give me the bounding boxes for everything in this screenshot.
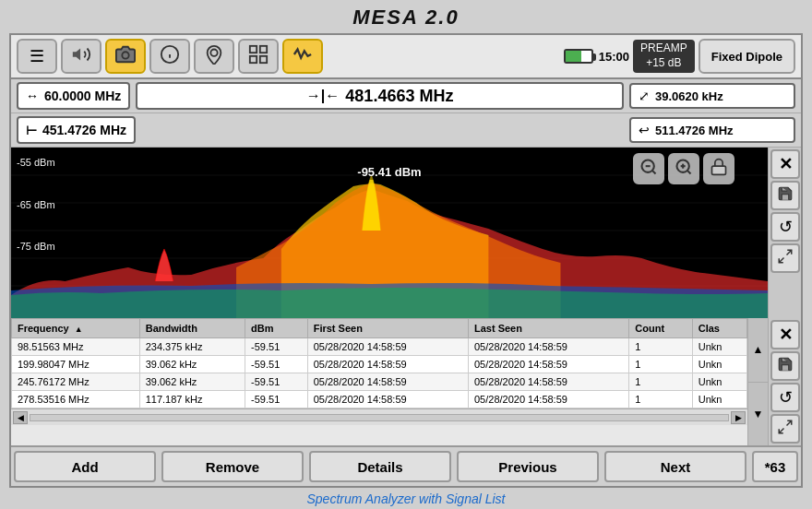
menu-button[interactable]: ☰ bbox=[17, 39, 57, 74]
freq-right-group2: ↩ 511.4726 MHz bbox=[629, 117, 795, 143]
menu-icon: ☰ bbox=[30, 46, 44, 66]
svg-line-23 bbox=[787, 250, 792, 254]
col-header-count[interactable]: Count bbox=[629, 319, 692, 338]
lock-button[interactable] bbox=[703, 153, 734, 184]
zoom-out-icon bbox=[639, 158, 658, 181]
toolbar: ☰ bbox=[11, 35, 801, 79]
bandwidth-freq-box[interactable]: ⊢ 451.4726 MHz bbox=[17, 116, 136, 144]
expand-button[interactable] bbox=[770, 243, 800, 273]
center-value: 481.4663 MHz bbox=[345, 87, 453, 106]
table-close-icon: ✕ bbox=[779, 325, 793, 345]
table-refresh-button[interactable]: ↺ bbox=[770, 383, 800, 412]
svg-rect-6 bbox=[250, 45, 257, 52]
scroll-down-button[interactable]: ▼ bbox=[748, 383, 768, 446]
next-button[interactable]: Next bbox=[604, 451, 746, 482]
spectrum-display: -55 dBm -65 dBm -75 dBm -95.41 dBm bbox=[11, 148, 768, 318]
camera-button[interactable] bbox=[105, 39, 146, 74]
span-icon: ↔ bbox=[26, 89, 39, 103]
freq-right-group: ⤢ 39.0620 kHz bbox=[629, 83, 795, 109]
horiz-scroll-track[interactable] bbox=[30, 414, 729, 421]
table-close-button[interactable]: ✕ bbox=[770, 320, 800, 349]
svg-line-21 bbox=[687, 170, 691, 173]
remove-button[interactable]: Remove bbox=[161, 451, 304, 482]
center-freq-box[interactable]: →|← 481.4663 MHz bbox=[136, 82, 624, 110]
table-expand-icon bbox=[777, 419, 794, 439]
table-row[interactable]: 199.98047 MHz39.062 kHz-59.5105/28/2020 … bbox=[12, 356, 747, 373]
db-label-75: -75 dBm bbox=[17, 239, 55, 255]
svg-rect-22 bbox=[712, 166, 726, 174]
col-header-frequency[interactable]: Frequency ▲ bbox=[12, 319, 140, 338]
network-button[interactable] bbox=[238, 39, 279, 74]
table-row[interactable]: 278.53516 MHz117.187 kHz-59.5105/28/2020… bbox=[12, 391, 747, 408]
zoom-in-icon bbox=[675, 158, 693, 181]
horiz-scroll-left-button[interactable]: ◀ bbox=[13, 411, 28, 424]
vert-scroll-buttons: ▲ ▼ bbox=[747, 318, 768, 445]
col-header-dbm[interactable]: dBm bbox=[245, 319, 308, 338]
horiz-scroll-right-button[interactable]: ▶ bbox=[731, 411, 746, 424]
horiz-scrollbar: ◀ ▶ bbox=[11, 408, 747, 425]
col-header-last-seen[interactable]: Last Seen bbox=[468, 319, 628, 338]
sort-icon: ▲ bbox=[75, 325, 83, 334]
bandwidth-value: 451.4726 MHz bbox=[42, 123, 126, 137]
volume-button[interactable] bbox=[61, 39, 102, 74]
freq-right-box1[interactable]: ⤢ 39.0620 kHz bbox=[629, 83, 795, 109]
freq-bar-row1: ↔ 60.0000 MHz →|← 481.4663 MHz ⤢ 39.0620… bbox=[11, 79, 801, 113]
refresh-button[interactable]: ↺ bbox=[770, 212, 800, 242]
battery-status: 15:00 bbox=[564, 49, 629, 64]
spectrum-and-actions: -55 dBm -65 dBm -75 dBm -95.41 dBm bbox=[11, 148, 801, 318]
save-button[interactable] bbox=[770, 181, 800, 210]
svg-line-17 bbox=[652, 170, 656, 173]
spectrum-db-labels: -55 dBm -65 dBm -75 dBm bbox=[17, 148, 55, 318]
freq-right-icon1: ⤢ bbox=[639, 89, 650, 103]
span-value: 60.0000 MHz bbox=[44, 89, 121, 103]
bottom-bar: Add Remove Details Previous Next *63 bbox=[11, 445, 801, 486]
table-right-actions: ✕ ↺ bbox=[768, 318, 801, 445]
volume-icon bbox=[71, 44, 91, 69]
waveform-button[interactable] bbox=[282, 39, 323, 74]
close-button[interactable]: ✕ bbox=[770, 149, 800, 179]
svg-line-25 bbox=[787, 420, 792, 425]
table-expand-button[interactable] bbox=[770, 414, 800, 444]
previous-button[interactable]: Previous bbox=[457, 451, 599, 482]
signal-table-area: Frequency ▲ Bandwidth dBm First Seen Las… bbox=[11, 318, 801, 445]
freq-bar-row2: ⊢ 451.4726 MHz ↩ 511.4726 MHz bbox=[11, 113, 801, 148]
location-icon bbox=[204, 44, 224, 69]
count-badge: *63 bbox=[752, 451, 798, 482]
svg-point-5 bbox=[210, 49, 217, 55]
location-button[interactable] bbox=[194, 39, 234, 74]
center-arrows: →|← bbox=[306, 88, 340, 104]
table-wrapper: Frequency ▲ Bandwidth dBm First Seen Las… bbox=[11, 318, 747, 445]
refresh-icon: ↺ bbox=[779, 217, 793, 237]
col-header-class[interactable]: Clas bbox=[692, 319, 746, 338]
svg-line-24 bbox=[779, 258, 783, 263]
table-row[interactable]: 245.76172 MHz39.062 kHz-59.5105/28/2020 … bbox=[12, 373, 747, 391]
save-icon bbox=[777, 185, 794, 206]
col-header-first-seen[interactable]: First Seen bbox=[307, 319, 468, 338]
svg-rect-7 bbox=[260, 45, 267, 52]
close-icon: ✕ bbox=[779, 154, 793, 174]
table-row[interactable]: 98.51563 MHz234.375 kHz-59.5105/28/2020 … bbox=[12, 338, 747, 356]
freq-right-box2[interactable]: ↩ 511.4726 MHz bbox=[629, 117, 795, 143]
app-title-bar: MESA 2.0 bbox=[0, 0, 812, 33]
col-header-bandwidth[interactable]: Bandwidth bbox=[139, 319, 245, 338]
table-save-button[interactable] bbox=[770, 351, 800, 381]
freq-right-value1: 39.0620 kHz bbox=[655, 89, 723, 103]
details-button[interactable]: Details bbox=[309, 451, 451, 482]
zoom-in-button[interactable] bbox=[668, 153, 699, 184]
span-freq-box[interactable]: ↔ 60.0000 MHz bbox=[17, 82, 130, 110]
svg-rect-8 bbox=[250, 55, 257, 62]
spectrum-peak-label: -95.41 dBm bbox=[353, 164, 424, 180]
add-button[interactable]: Add bbox=[14, 451, 156, 482]
zoom-out-button[interactable] bbox=[633, 153, 664, 184]
scroll-up-button[interactable]: ▲ bbox=[748, 318, 768, 383]
camera-icon bbox=[115, 44, 136, 69]
db-label-55: -55 dBm bbox=[17, 155, 55, 172]
bandwidth-icon: ⊢ bbox=[26, 123, 37, 137]
subtitle: Spectrum Analyzer with Signal List bbox=[0, 488, 812, 509]
svg-marker-0 bbox=[73, 48, 80, 60]
info-button[interactable] bbox=[149, 39, 190, 74]
antenna-button[interactable]: Fixed Dipole bbox=[699, 39, 795, 74]
freq-right-icon2: ↩ bbox=[639, 123, 650, 137]
lock-icon bbox=[710, 158, 728, 181]
info-icon bbox=[160, 44, 180, 69]
